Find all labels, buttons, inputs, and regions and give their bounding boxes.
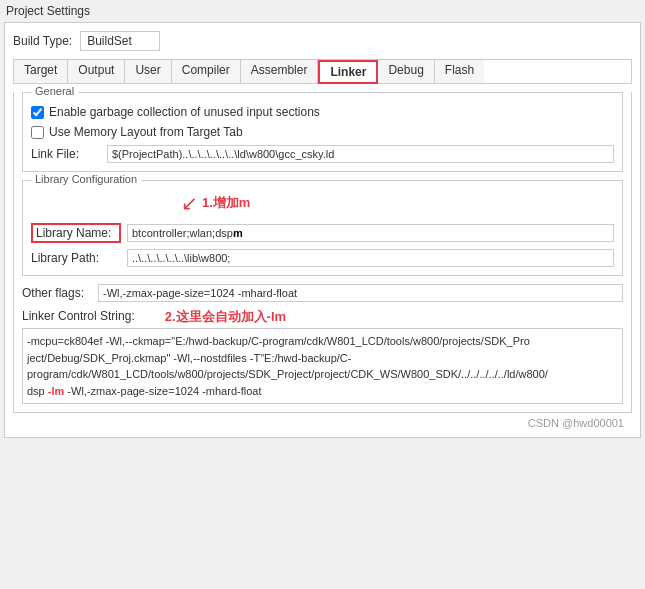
other-flags-row: Other flags: -Wl,-zmax-page-size=1024 -m… [22, 284, 623, 302]
tab-debug[interactable]: Debug [378, 60, 434, 83]
watermark: CSDN @hwd00001 [13, 417, 624, 429]
library-config-content: Library Name: btcontroller;wlan;dspm Lib… [31, 223, 614, 267]
build-type-label: Build Type: [13, 34, 72, 48]
general-section: General Enable garbage collection of unu… [22, 92, 623, 172]
checkbox-garbage-label: Enable garbage collection of unused inpu… [49, 105, 320, 119]
tab-assembler[interactable]: Assembler [241, 60, 319, 83]
title-bar: Project Settings [0, 0, 645, 22]
build-type-row: Build Type: BuildSet [13, 31, 632, 51]
link-file-row: Link File: $(ProjectPath)..\..\..\..\..\… [31, 145, 614, 163]
library-name-label: Library Name: [31, 223, 121, 243]
tab-compiler[interactable]: Compiler [172, 60, 241, 83]
checkbox-memory-layout-row: Use Memory Layout from Target Tab [31, 125, 614, 139]
checkbox-memory-label: Use Memory Layout from Target Tab [49, 125, 243, 139]
link-file-value: $(ProjectPath)..\..\..\..\..\..\ld\w800\… [107, 145, 614, 163]
checkbox-memory-layout[interactable] [31, 126, 44, 139]
annotation-1-text: 1.增加m [202, 194, 250, 212]
annotation-1-row: ↙ 1.增加m [31, 187, 614, 217]
library-name-row: Library Name: btcontroller;wlan;dspm [31, 223, 614, 243]
other-flags-value: -Wl,-zmax-page-size=1024 -mhard-float [98, 284, 623, 302]
linker-control-label: Linker Control String: [22, 309, 135, 323]
linker-control-header: Linker Control String: 2.这里会自动加入-lm [22, 308, 623, 326]
link-file-label: Link File: [31, 147, 101, 161]
library-path-value: ..\..\..\..\..\..\lib\w800; [127, 249, 614, 267]
lm-highlight: -lm [45, 385, 65, 397]
content-area: General Enable garbage collection of unu… [13, 92, 632, 413]
annotation-2-text: 2.这里会自动加入-lm [165, 308, 286, 326]
tab-flash[interactable]: Flash [435, 60, 484, 83]
tab-target[interactable]: Target [14, 60, 68, 83]
build-type-value: BuildSet [80, 31, 160, 51]
tab-user[interactable]: User [125, 60, 171, 83]
tab-linker[interactable]: Linker [318, 60, 378, 84]
page-title: Project Settings [6, 4, 90, 18]
linker-control-row: Linker Control String: 2.这里会自动加入-lm -mcp… [22, 308, 623, 404]
linker-control-value: -mcpu=ck804ef -Wl,--ckmap="E:/hwd-backup… [22, 328, 623, 404]
general-legend: General [31, 85, 78, 97]
library-name-value: btcontroller;wlan;dspm [127, 224, 614, 242]
general-content: Enable garbage collection of unused inpu… [31, 105, 614, 163]
library-path-row: Library Path: ..\..\..\..\..\..\lib\w800… [31, 249, 614, 267]
other-flags-label: Other flags: [22, 286, 92, 300]
arrow-icon: ↙ [181, 191, 198, 215]
tab-output[interactable]: Output [68, 60, 125, 83]
library-path-label: Library Path: [31, 251, 121, 265]
checkbox-garbage-collection[interactable] [31, 106, 44, 119]
checkbox-garbage-collection-row: Enable garbage collection of unused inpu… [31, 105, 614, 119]
library-config-legend: Library Configuration [31, 173, 141, 185]
tabs-row: Target Output User Compiler Assembler Li… [13, 59, 632, 84]
library-config-section: Library Configuration ↙ 1.增加m Library Na… [22, 180, 623, 276]
main-panel: Build Type: BuildSet Target Output User … [4, 22, 641, 438]
